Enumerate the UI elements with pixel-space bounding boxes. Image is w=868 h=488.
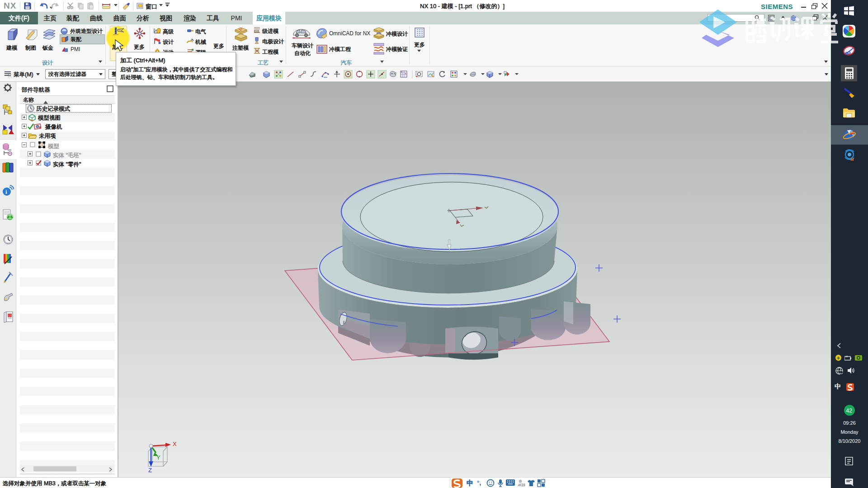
- svg-text:42: 42: [846, 408, 853, 414]
- svg-text:19: 19: [522, 483, 525, 487]
- svg-text:Y: Y: [156, 454, 160, 461]
- svg-text:Z: Z: [148, 467, 152, 474]
- svg-text:X: X: [173, 441, 177, 447]
- svg-text:i: i: [5, 188, 7, 195]
- svg-text:M: M: [850, 157, 854, 162]
